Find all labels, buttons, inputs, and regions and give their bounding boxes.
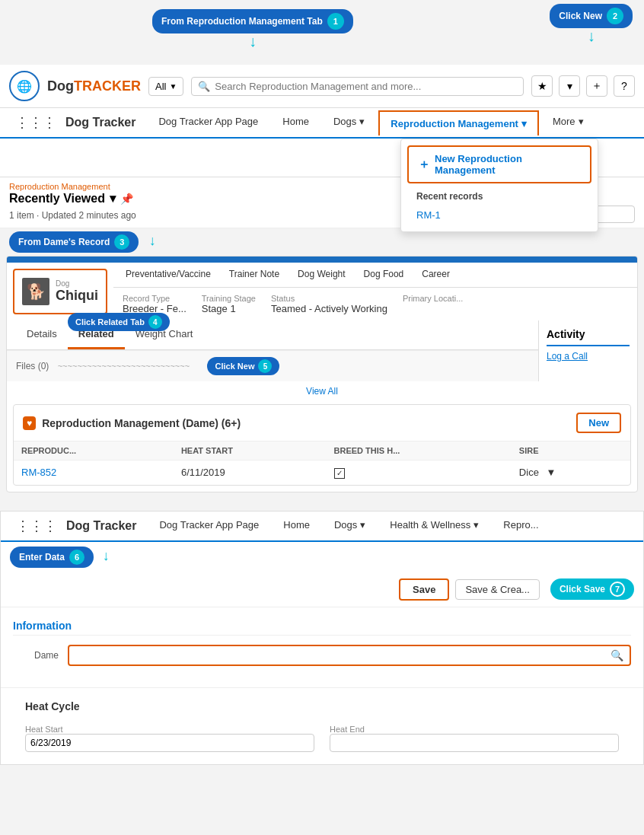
dog-tab-vaccine[interactable]: Preventative/Vaccine	[116, 263, 220, 287]
rm-table: REPRODUC... HEAT START BREED THIS H... S…	[14, 441, 630, 485]
search-input[interactable]	[215, 81, 517, 92]
form-hw-chevron-icon: ▾	[473, 519, 479, 531]
col-breed: BREED THIS H...	[327, 441, 512, 461]
tab-details[interactable]: Details	[16, 320, 68, 349]
save-button[interactable]: Save	[399, 578, 449, 601]
annotation-2: Click New 2 ↓	[550, 4, 633, 43]
annotation-6: Enter Data 6	[10, 547, 94, 568]
breed-checkbox: ✓	[334, 468, 345, 479]
dame-input-wrapper[interactable]: 🔍	[68, 645, 631, 666]
view-all-link[interactable]: View All	[7, 381, 637, 401]
rm-heart-icon: ♥	[23, 416, 36, 430]
files-section: Files (0) ~~~~~~~~~~~~~~~~~~~~~~~~~~~ Cl…	[7, 350, 538, 381]
heat-start-field: Heat Start	[25, 725, 314, 752]
heat-cycle-section: Heat Cycle Heat Start Heat End	[1, 687, 643, 764]
grid-icon[interactable]: ⋮⋮⋮	[9, 108, 62, 137]
dog-card-header-bar	[7, 257, 637, 263]
repro-chevron-icon: ▾	[521, 118, 527, 129]
table-row: RM-852 6/11/2019 ✓ Dice ▼	[14, 461, 630, 485]
dame-input[interactable]	[75, 649, 611, 661]
app-header: 🌐 DogTRACKER All ▼ 🔍 ★ ▾ ＋ ?	[0, 65, 644, 108]
nav-item-dog-tracker-app[interactable]: Dog Tracker App Page	[148, 108, 269, 137]
save-create-button[interactable]: Save & Crea...	[455, 579, 540, 600]
section-divider	[0, 499, 644, 511]
form-nav-item-3[interactable]: Dogs ▾	[324, 512, 376, 540]
form-nav-item-2[interactable]: Home	[273, 512, 320, 540]
plus-icon: ＋	[418, 157, 430, 173]
add-icon[interactable]: ＋	[586, 75, 607, 97]
nav-item-more[interactable]: More ▾	[542, 108, 595, 137]
rm-id-link[interactable]: RM-852	[21, 467, 56, 478]
heat-end-field: Heat End	[330, 725, 619, 752]
app-name: DogTRACKER	[47, 78, 141, 94]
sire-cell: Dice ▼	[512, 461, 630, 485]
heat-section-title: Heat Cycle	[13, 700, 631, 712]
app-logo: 🌐	[9, 71, 40, 101]
annotation-7: Click Save 7	[550, 578, 634, 600]
dog-tab-food[interactable]: Dog Food	[355, 263, 413, 287]
top-annotation-area: From Reproduction Management Tab 1 ↓ Cli…	[0, 0, 644, 65]
nav-item-reproduction[interactable]: Reproduction Management ▾	[378, 110, 539, 135]
nav-item-home[interactable]: Home	[272, 108, 320, 137]
chevron-down-icon[interactable]: ▾	[559, 75, 580, 97]
dog-tab-weight[interactable]: Dog Weight	[289, 263, 354, 287]
activity-title: Activity	[547, 328, 630, 346]
form-nav-item-4[interactable]: Health & Wellness ▾	[379, 512, 489, 540]
view-chevron-icon: ▾	[110, 191, 116, 206]
record-count: 1 item · Updated 2 minutes ago	[9, 210, 136, 221]
arrow-down-6: ↓	[103, 548, 110, 563]
form-grid-icon[interactable]: ⋮⋮⋮	[10, 512, 63, 540]
dogs-chevron-icon: ▾	[359, 116, 365, 127]
dog-tab-trainer[interactable]: Trainer Note	[220, 263, 289, 287]
dame-label: Dame	[13, 650, 59, 661]
nav-item-dogs[interactable]: Dogs ▾	[323, 108, 375, 137]
form-body: Information Dame 🔍	[1, 607, 643, 687]
heat-start-input[interactable]	[25, 734, 314, 752]
rm-header: ♥ Reproduction Management (Dame) (6+) Ne…	[14, 405, 630, 441]
heat-start-cell: 6/11/2019	[174, 461, 327, 485]
recent-record-rm1[interactable]: RM-1	[407, 205, 591, 225]
primary-location-field: Primary Locati...	[403, 294, 463, 314]
recently-viewed-title: Recently Viewed	[9, 192, 105, 206]
reproduction-dropdown: ＋ New Reproduction Management Recent rec…	[400, 139, 598, 232]
col-heat-start: HEAT START	[174, 441, 327, 461]
form-nav-item-1[interactable]: Dog Tracker App Page	[148, 512, 269, 540]
breed-cell: ✓	[327, 461, 512, 485]
annotation-4: Click Related Tab 4	[68, 313, 170, 331]
dog-avatar: 🐕	[22, 278, 49, 305]
recent-records-label: Recent records	[407, 188, 591, 205]
dog-tabs: Preventative/Vaccine Trainer Note Dog We…	[113, 263, 637, 288]
form-nav-bar: ⋮⋮⋮ Dog Tracker Dog Tracker App Page Hom…	[1, 512, 643, 542]
favorites-icon[interactable]: ★	[531, 75, 553, 97]
search-bar[interactable]: 🔍	[191, 77, 524, 96]
nav-bar: ⋮⋮⋮ Dog Tracker Dog Tracker App Page Hom…	[0, 108, 644, 139]
form-container: ⋮⋮⋮ Dog Tracker Dog Tracker App Page Hom…	[0, 511, 644, 765]
info-section-title: Information	[13, 620, 631, 636]
more-chevron-icon: ▾	[579, 116, 584, 127]
annotation-3-area: From Dame's Record 3 ↓	[0, 228, 644, 256]
log-call-btn[interactable]: Log a Call	[547, 351, 630, 362]
pin-icon: 📌	[120, 193, 133, 205]
training-stage-field: Training Stage Stage 1	[202, 294, 256, 314]
form-nav-item-5[interactable]: Repro...	[493, 512, 549, 540]
heat-end-input[interactable]	[330, 734, 619, 752]
nav-app-title: Dog Tracker	[65, 116, 135, 129]
dame-form-row: Dame 🔍	[13, 645, 631, 666]
form-dogs-chevron-icon: ▾	[360, 519, 365, 531]
all-dropdown[interactable]: All ▼	[148, 77, 183, 96]
col-sire: SIRE	[512, 441, 630, 461]
form-nav-app-title: Dog Tracker	[66, 519, 136, 533]
record-info-row: Record Type Breeder - Fe... Training Sta…	[113, 288, 637, 320]
new-reproduction-btn[interactable]: ＋ New Reproduction Management	[407, 145, 591, 183]
dropdown-container: ＋ New Reproduction Management Recent rec…	[0, 139, 644, 177]
rm-section: ♥ Reproduction Management (Dame) (6+) Ne…	[13, 404, 631, 486]
dog-label: Dog	[56, 279, 98, 288]
dog-tab-career[interactable]: Career	[413, 263, 459, 287]
annotation-5: Click New 5	[207, 357, 279, 375]
rm-new-btn[interactable]: New	[576, 413, 621, 433]
dog-info: 🐕 Dog Chiqui	[13, 269, 107, 314]
help-icon[interactable]: ?	[614, 75, 635, 97]
all-chevron-icon: ▼	[169, 82, 177, 91]
sire-dropdown-icon[interactable]: ▼	[547, 467, 556, 478]
dame-search-icon: 🔍	[611, 649, 623, 661]
